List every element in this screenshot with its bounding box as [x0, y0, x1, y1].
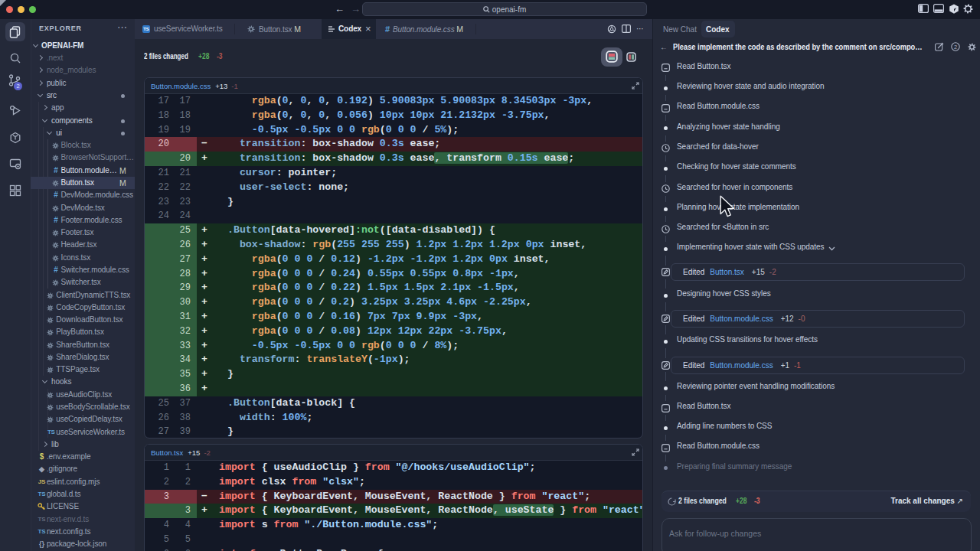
svg-text:2: 2 — [954, 44, 957, 51]
